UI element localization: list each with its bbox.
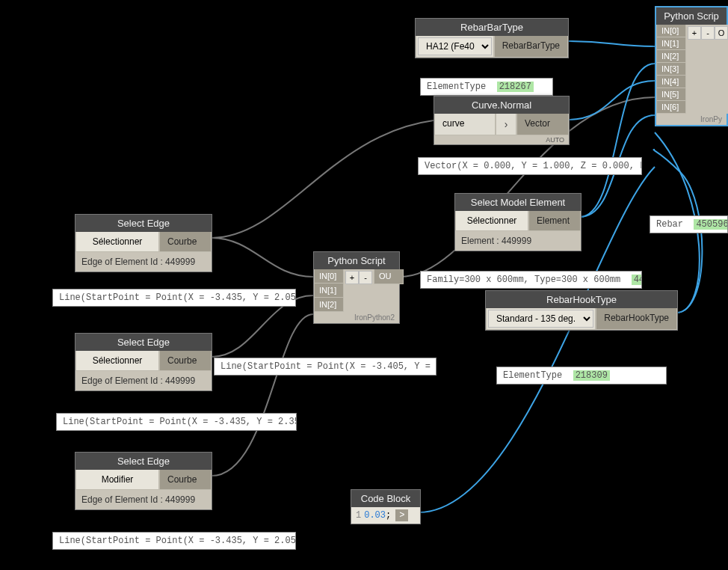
node-select-model-element[interactable]: Select Model Element Sélectionner Elemen… [454, 193, 582, 251]
preview-select-edge-2: Line(StartPoint = Point(X = -3.435, Y = … [56, 413, 297, 431]
remove-port-button[interactable]: - [359, 271, 372, 284]
node-curve-normal[interactable]: Curve.Normal curve › Vector AUTO [434, 96, 570, 145]
node-title: Code Block [351, 490, 420, 507]
engine-label: IronPython2 [314, 312, 399, 323]
in-port-6[interactable]: IN[6] [656, 101, 686, 114]
out-port-rebar-type[interactable]: RebarBarType [494, 36, 568, 58]
node-title: Python Scrip [656, 7, 727, 25]
rebar-hook-dropdown[interactable]: Standard - 135 deg. [488, 310, 593, 328]
in-port-2[interactable]: IN[2] [656, 50, 686, 63]
out-port-curve[interactable]: Courbe [159, 232, 212, 252]
node-body: Edge of Element Id : 449999 [75, 252, 212, 272]
node-body: Edge of Element Id : 449999 [75, 371, 212, 390]
preview-select-edge-1: Line(StartPoint = Point(X = -3.435, Y = … [52, 289, 296, 307]
add-port-button[interactable]: + [688, 26, 701, 40]
node-title: Select Model Element [455, 194, 581, 211]
out-port[interactable]: O [715, 26, 728, 40]
select-button[interactable]: Sélectionner [75, 232, 159, 252]
node-title: RebarHookType [486, 291, 677, 308]
node-select-edge-3[interactable]: Select Edge Modifier Courbe Edge of Elem… [75, 452, 212, 510]
select-button[interactable]: Sélectionner [455, 211, 528, 231]
out-port-curve[interactable]: Courbe [159, 351, 212, 371]
in-port-0[interactable]: IN[0] [314, 269, 344, 284]
engine-label: IronPy [656, 114, 727, 125]
node-select-edge-1[interactable]: Select Edge Sélectionner Courbe Edge of … [75, 214, 212, 272]
out-port-curve[interactable]: Courbe [159, 470, 212, 490]
line-number: 1 [356, 510, 361, 521]
modify-button[interactable]: Modifier [75, 470, 159, 490]
node-title: RebarBarType [416, 19, 568, 36]
out-port-element[interactable]: Element [528, 211, 581, 231]
in-port-3[interactable]: IN[3] [656, 63, 686, 76]
in-port-1[interactable]: IN[1] [314, 284, 344, 298]
node-select-edge-2[interactable]: Select Edge Sélectionner Courbe Edge of … [75, 333, 212, 391]
out-port-rebar-hook[interactable]: RebarHookType [596, 308, 677, 330]
preview-python-1: Line(StartPoint = Point(X = -3.405, Y = … [214, 358, 437, 376]
node-rebar-bar-type[interactable]: RebarBarType HA12 (Fe400) RebarBarType [415, 18, 569, 58]
out-port[interactable]: > [395, 509, 408, 521]
in-port-2[interactable]: IN[2] [314, 298, 344, 312]
in-port-0[interactable]: IN[0] [656, 25, 686, 37]
preview-select-edge-3: Line(StartPoint = Point(X = -3.435, Y = … [52, 532, 296, 550]
preview-rebar-type: ElementType 218267 [420, 78, 553, 96]
in-port-curve[interactable]: curve [434, 114, 496, 135]
node-python-script-2[interactable]: Python Scrip IN[0] IN[1] IN[2] IN[3] IN[… [655, 6, 728, 126]
node-body: Edge of Element Id : 449999 [75, 490, 212, 509]
out-port-vector[interactable]: Vector [516, 114, 569, 135]
chevron-right-icon: › [496, 114, 516, 135]
out-port[interactable]: OU [374, 269, 404, 284]
node-title: Python Script [314, 252, 399, 269]
node-title: Select Edge [75, 334, 212, 351]
remove-port-button[interactable]: - [701, 26, 715, 40]
preview-python-2: Rebar 450596 [650, 215, 728, 233]
node-rebar-hook-type[interactable]: RebarHookType Standard - 135 deg. RebarH… [485, 290, 678, 331]
node-code-block[interactable]: Code Block 1 0.03; > [351, 489, 421, 524]
in-port-4[interactable]: IN[4] [656, 76, 686, 88]
preview-curve-normal: Vector(X = 0.000, Y = 1.000, Z = 0.000, … [418, 157, 642, 175]
node-title: Select Edge [75, 453, 212, 470]
in-port-1[interactable]: IN[1] [656, 37, 686, 50]
lacing-auto: AUTO [434, 135, 569, 144]
select-button[interactable]: Sélectionner [75, 351, 159, 371]
node-title: Curve.Normal [434, 96, 569, 114]
preview-select-model-element: Family=300 x 600mm, Type=300 x 600mm 449… [420, 271, 642, 289]
node-python-script-1[interactable]: Python Script IN[0] IN[1] IN[2] + - OU I… [313, 251, 400, 324]
preview-rebar-hook: ElementType 218309 [496, 367, 667, 384]
rebar-type-dropdown[interactable]: HA12 (Fe400) [418, 37, 492, 55]
code-text[interactable]: 0.03 [364, 510, 386, 521]
add-port-button[interactable]: + [345, 271, 359, 284]
in-port-5[interactable]: IN[5] [656, 88, 686, 101]
node-title: Select Edge [75, 215, 212, 232]
node-body: Element : 449999 [455, 231, 581, 251]
